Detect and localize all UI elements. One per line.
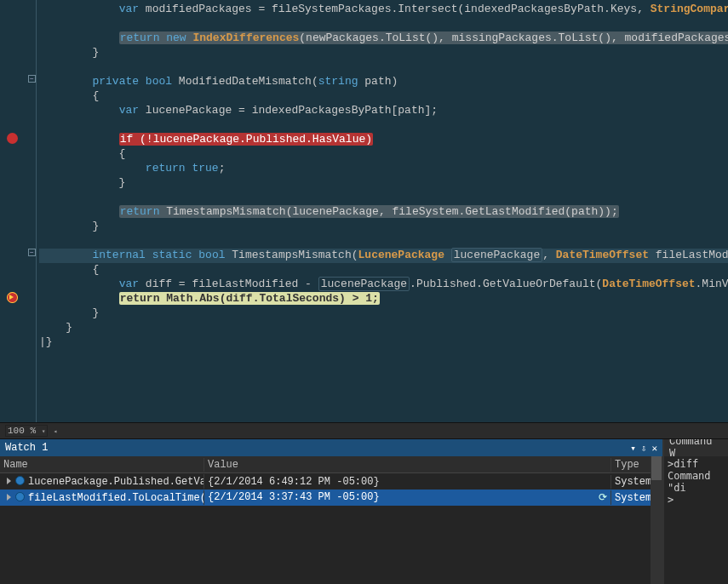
command-title-bar[interactable]: Command W [664, 439, 728, 456]
watch-item-icon [15, 492, 25, 501]
zoom-dropdown[interactable]: 100 % ▾ [5, 425, 48, 437]
expand-icon[interactable] [7, 494, 11, 501]
fold-toggle-icon[interactable]: − [28, 75, 36, 83]
editor-gutter[interactable]: − − [0, 0, 39, 422]
vertical-scrollbar[interactable] [651, 456, 662, 584]
zoom-bar: 100 % ▾ ◂ [0, 422, 728, 439]
watch-row[interactable]: lucenePackage.Published.GetValu {2/1/201… [0, 473, 662, 490]
scrollbar-thumb[interactable] [651, 456, 662, 480]
window-position-icon[interactable]: ▾ [630, 443, 636, 454]
parameter-hint: lucenePackage [451, 248, 542, 262]
col-header-name[interactable]: Name [0, 458, 204, 472]
code-area[interactable]: var modifiedPackages = fileSystemPackage… [39, 0, 728, 422]
expand-icon[interactable] [7, 478, 11, 484]
close-icon[interactable]: ✕ [651, 443, 657, 454]
col-header-value[interactable]: Value [204, 458, 611, 472]
breakpoint-icon[interactable] [7, 133, 18, 144]
watch-row[interactable]: fileLastModified.ToLocalTime() {2/1/2014… [0, 490, 662, 506]
command-output[interactable]: >diff Command "di > [664, 456, 728, 507]
execution-pointer-line: return Math.Abs(diff.TotalSeconds) > 1; [119, 292, 380, 305]
code-editor[interactable]: − − var modifiedPackages = fileSystemPac… [0, 0, 728, 422]
nav-left-icon[interactable]: ◂ [53, 427, 57, 435]
fold-toggle-icon[interactable]: − [28, 249, 36, 256]
watch-title-bar[interactable]: Watch 1 ▾ ⇩ ✕ [0, 439, 662, 456]
current-instruction-breakpoint-icon[interactable] [7, 292, 18, 303]
pin-icon[interactable]: ⇩ [641, 443, 647, 454]
command-panel[interactable]: Command W >diff Command "di > [664, 439, 728, 584]
watch-item-icon [15, 476, 25, 485]
watch-panel[interactable]: Watch 1 ▾ ⇩ ✕ Name Value Type lucenePack… [0, 439, 664, 584]
command-title-label: Command W [669, 439, 723, 460]
refresh-icon[interactable]: ⟳ [599, 491, 607, 504]
watch-columns-header[interactable]: Name Value Type [0, 456, 662, 473]
watch-title-label: Watch 1 [5, 442, 48, 454]
error-highlight: if (!lucenePackage.Published.HasValue) [119, 133, 373, 146]
